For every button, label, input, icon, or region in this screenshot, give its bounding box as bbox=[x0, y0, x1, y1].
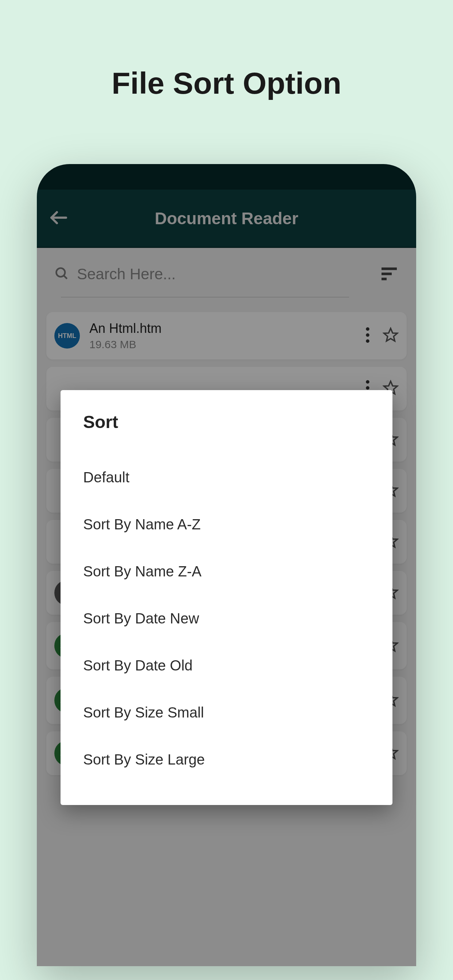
status-bar-area bbox=[37, 164, 416, 189]
file-size: 19.63 MB bbox=[89, 338, 365, 351]
file-meta: An Html.htm19.63 MB bbox=[89, 321, 365, 351]
file-type-icon: HTML bbox=[54, 323, 80, 348]
file-row[interactable]: HTMLAn Html.htm19.63 MB bbox=[46, 312, 407, 360]
svg-point-10 bbox=[366, 380, 370, 384]
more-vert-icon[interactable] bbox=[365, 327, 370, 345]
app-bar: Document Reader bbox=[37, 189, 416, 248]
sort-dialog: Sort DefaultSort By Name A-ZSort By Name… bbox=[61, 390, 392, 805]
svg-point-7 bbox=[366, 333, 370, 337]
star-outline-icon[interactable] bbox=[383, 327, 399, 345]
sort-option[interactable]: Sort By Name A-Z bbox=[83, 501, 370, 548]
search-icon bbox=[54, 266, 70, 283]
svg-point-11 bbox=[366, 386, 370, 390]
sort-dialog-title: Sort bbox=[83, 412, 370, 432]
sort-option[interactable]: Sort By Date Old bbox=[83, 642, 370, 689]
sort-option[interactable]: Sort By Date New bbox=[83, 595, 370, 642]
svg-point-6 bbox=[366, 328, 370, 331]
svg-point-8 bbox=[366, 339, 370, 343]
svg-rect-5 bbox=[381, 278, 387, 280]
file-meta bbox=[89, 388, 365, 390]
search-row bbox=[46, 248, 407, 297]
phone-frame: Document Reader HTMLAn Html.htm19.63 MBT… bbox=[37, 164, 416, 966]
search-input[interactable] bbox=[77, 266, 372, 283]
svg-line-2 bbox=[64, 275, 67, 279]
file-actions bbox=[365, 327, 399, 345]
back-arrow-icon[interactable] bbox=[48, 207, 70, 230]
sort-option[interactable]: Default bbox=[83, 454, 370, 501]
app-bar-title: Document Reader bbox=[155, 208, 298, 228]
svg-rect-4 bbox=[381, 273, 392, 275]
sort-option[interactable]: Sort By Size Large bbox=[83, 736, 370, 783]
svg-point-1 bbox=[56, 268, 65, 277]
sort-option[interactable]: Sort By Name Z-A bbox=[83, 548, 370, 595]
sort-option[interactable]: Sort By Size Small bbox=[83, 689, 370, 736]
svg-rect-3 bbox=[381, 267, 397, 270]
page-title: File Sort Option bbox=[0, 0, 453, 101]
svg-marker-9 bbox=[384, 328, 397, 341]
search-underline bbox=[61, 297, 349, 298]
sort-icon[interactable] bbox=[379, 263, 399, 285]
file-name: An Html.htm bbox=[89, 321, 365, 336]
